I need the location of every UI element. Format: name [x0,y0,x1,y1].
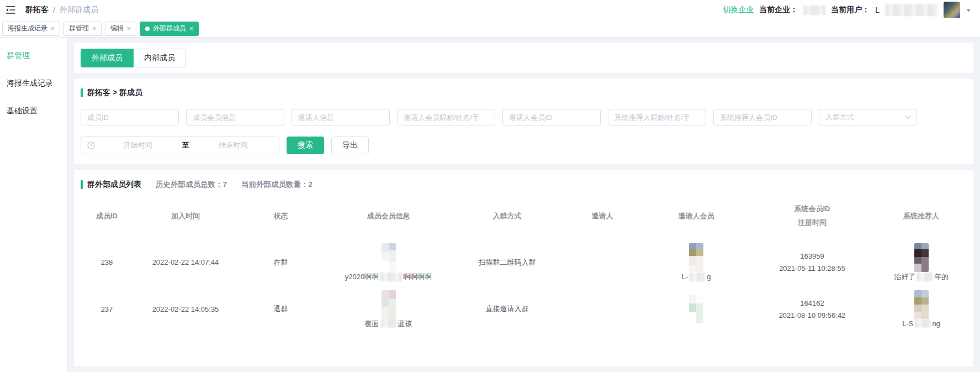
member-type-segmented: 外部成员 内部成员 [81,49,186,67]
redacted-user-name [885,4,938,16]
join-method-cell: 扫描群二维码入群 [453,258,561,268]
breadcrumb: 群拓客 / 外部群成员 [25,5,98,15]
redacted-company-name [803,6,825,15]
search-button[interactable]: 搜索 [287,137,324,154]
close-icon[interactable]: × [127,25,131,33]
sidebar-item-group-manage[interactable]: 群管理 [0,42,67,70]
recommender-suffix: ng [932,319,940,329]
chevron-down-icon[interactable]: ▼ [966,7,971,13]
sidebar-item-label: 海报生成记录 [7,78,53,87]
redacted-text [380,319,397,328]
open-tabs-bar: 海报生成记录 × 群管理 × 编辑 × 外部群成员 × [0,20,980,38]
close-icon[interactable]: × [51,25,55,33]
member-name-prefix: y2020啊啊 [345,272,379,282]
col-recommender: 系统推荐人 [876,211,967,221]
member-id-cell: 238 [81,258,133,266]
join-method-select-placeholder: 入群方式 [825,112,854,122]
export-button[interactable]: 导出 [331,137,369,154]
tab-label: 编辑 [110,24,124,33]
filter-inputs-row: 入群方式 [81,109,967,125]
close-icon[interactable]: × [92,25,96,33]
register-time: 2021-05-11 10:28:55 [779,264,845,273]
join-time-cell: 2022-02-22 14:07:44 [133,258,238,266]
list-stats: 历史外部成员总数：7 当前外部成员数量：2 [156,180,312,190]
list-title: 群外部成员列表 [87,180,141,190]
breadcrumb-separator: / [53,6,55,14]
join-method-select[interactable]: 入群方式 [819,109,917,125]
recommender-name-input[interactable] [608,109,706,125]
sidebar-item-basic-settings[interactable]: 基础设置 [0,97,67,125]
tab-external-group-members[interactable]: 外部群成员 × [140,22,199,36]
tab-group-manage[interactable]: 群管理 × [63,22,102,36]
tab-label: 海报生成记录 [8,24,47,33]
current-count-label: 当前外部成员数量： [241,180,309,188]
end-time-placeholder[interactable]: 结束时间 [194,140,273,150]
member-info-cell: y2020啊啊 啊啊啊啊 [324,239,453,286]
join-method-cell: 直接邀请入群 [453,304,561,314]
breadcrumb-root[interactable]: 群拓客 [25,5,49,15]
title-accent-bar [81,180,83,189]
member-id-input[interactable] [81,109,179,125]
external-members-button[interactable]: 外部成员 [81,49,134,67]
tab-label: 群管理 [69,24,89,33]
inviter-member-id-input[interactable] [502,109,601,125]
sidebar-item-label: 基础设置 [7,106,38,115]
user-avatar[interactable] [944,2,960,18]
breadcrumb-current: 外部群成员 [60,5,98,15]
col-join-time: 加入时间 [133,211,238,221]
redacted-text [380,273,402,281]
filter-title-text: 群拓客 > 群成员 [87,88,142,98]
current-company-label: 当前企业： [759,5,798,15]
member-name-suffix: 蓝孩 [398,319,412,329]
recommender-cell: L-S ng [876,286,967,333]
members-table: 成员ID 加入时间 状态 成员会员信息 入群方式 邀请人 邀请人会员 系统会员I… [81,195,967,332]
join-time-cell: 2022-02-22 14:05:35 [133,305,238,313]
member-vip-info-input[interactable] [186,109,284,125]
col-system-member-id: 系统会员ID 注册时间 [749,204,876,228]
system-member-id: 164162 [800,299,824,307]
inviter-member-suffix: g [707,272,711,282]
recommender-member-id-input[interactable] [713,109,812,125]
date-range-picker[interactable]: 开始时间 至 结束时间 [81,137,279,154]
active-dot-icon [145,27,150,31]
current-count-stat: 当前外部成员数量：2 [241,180,312,190]
current-user-label: 当前用户： [831,5,870,15]
menu-fold-icon[interactable] [6,6,15,14]
table-header-row: 成员ID 加入时间 状态 成员会员信息 入群方式 邀请人 邀请人会员 系统会员I… [81,195,967,239]
inviter-member-name-input[interactable] [397,109,495,125]
inviter-info-input[interactable] [292,109,390,125]
system-id-cell: 164162 2021-08-10 09:56:42 [749,299,876,319]
sidebar-item-poster-records[interactable]: 海报生成记录 [0,70,67,97]
avatar [914,243,929,272]
inviter-member-cell: L- g [644,239,749,286]
tab-poster-records[interactable]: 海报生成记录 × [2,22,60,36]
recommender-prefix: L-S [902,319,913,329]
col-member-info: 成员会员信息 [324,211,453,221]
recommender-cell: 治好了 年的 [876,239,967,286]
switch-company-link[interactable]: 切换企业 [723,5,754,15]
col-member-id: 成员ID [81,211,133,221]
close-icon[interactable]: × [189,25,193,33]
tab-edit[interactable]: 编辑 × [105,22,136,36]
clock-icon [87,142,95,149]
start-time-placeholder[interactable]: 开始时间 [98,140,178,150]
inviter-member-prefix: L- [682,272,688,282]
filter-actions-row: 开始时间 至 结束时间 搜索 导出 [81,137,967,154]
member-list-card: 群外部成员列表 历史外部成员总数：7 当前外部成员数量：2 成员ID 加入时间 [74,170,973,366]
table-row[interactable]: 237 2022-02-22 14:05:35 退群 覆面 蓝孩 [81,286,967,333]
avatar [914,290,929,319]
table-row[interactable]: 238 2022-02-22 14:07:44 在群 y2020啊啊 啊啊啊啊 [81,239,967,286]
register-time: 2021-08-10 09:56:42 [779,311,846,319]
member-id-cell: 237 [81,305,133,313]
avatar [382,290,396,319]
app-window: 群拓客 / 外部群成员 切换企业 当前企业： 当前用户： L ▼ 海报生成记录 … [0,0,980,372]
internal-members-button[interactable]: 内部成员 [134,49,186,67]
col-status: 状态 [238,211,324,221]
system-id-cell: 163959 2021-05-11 10:28:55 [749,252,876,273]
member-info-cell: 覆面 蓝孩 [324,286,453,333]
recommender-prefix: 治好了 [894,272,915,282]
tab-label: 外部群成员 [153,24,186,33]
history-total-value: 7 [223,180,227,188]
topbar-right: 切换企业 当前企业： 当前用户： L ▼ [723,2,971,18]
sidebar-item-label: 群管理 [7,51,30,60]
